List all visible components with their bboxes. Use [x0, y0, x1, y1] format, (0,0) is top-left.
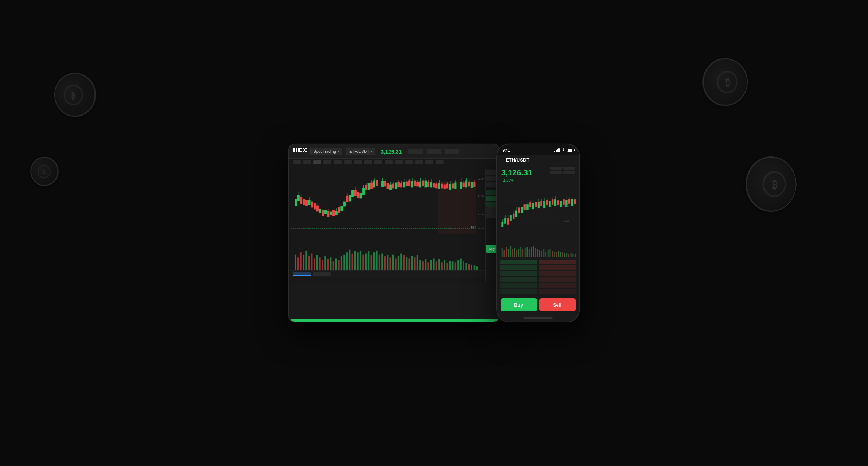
svg-rect-193: [381, 254, 383, 271]
svg-rect-319: [566, 253, 567, 257]
svg-rect-223: [462, 261, 464, 270]
svg-rect-129: [408, 181, 410, 186]
tab-open-orders[interactable]: [293, 272, 311, 276]
svg-rect-296: [518, 249, 519, 257]
svg-text:Buy: Buy: [471, 225, 476, 228]
toolbar-item-15m[interactable]: [313, 160, 321, 164]
svg-rect-171: [322, 260, 323, 270]
svg-rect-95: [316, 206, 318, 211]
svg-rect-93: [314, 203, 315, 209]
toolbar-item-4h[interactable]: [334, 160, 342, 164]
svg-rect-39: [335, 211, 337, 215]
svg-rect-310: [547, 250, 548, 257]
svg-rect-20: [303, 151, 304, 152]
tab-history[interactable]: [313, 272, 331, 276]
toolbar-draw[interactable]: [405, 160, 413, 164]
phone-stat-4: [563, 171, 575, 174]
svg-rect-216: [444, 260, 445, 270]
phone-sell-button[interactable]: Sell: [539, 298, 576, 311]
svg-rect-213: [435, 261, 437, 270]
svg-rect-31: [308, 200, 310, 205]
svg-rect-259: [571, 199, 573, 206]
svg-rect-21: [305, 151, 307, 152]
toolbar-settings[interactable]: [415, 160, 423, 164]
svg-rect-210: [427, 262, 429, 270]
svg-rect-309: [545, 252, 546, 257]
svg-rect-277: [552, 199, 553, 204]
signal-bar-2: [556, 150, 557, 152]
svg-rect-222: [460, 259, 461, 271]
svg-rect-269: [529, 203, 531, 207]
svg-rect-9: [296, 148, 297, 150]
svg-rect-292: [510, 246, 511, 257]
back-arrow-icon[interactable]: ‹: [501, 157, 503, 163]
coin-btc2: $: [30, 156, 58, 187]
svg-rect-65: [411, 181, 413, 187]
svg-rect-33: [319, 209, 321, 213]
svg-rect-172: [324, 256, 326, 270]
tablet-chart-area: Buy 3200 3150 3100 3050: [289, 159, 499, 283]
chart-canvas: Buy 3200 3150 3100 3050: [289, 166, 499, 246]
svg-rect-170: [319, 257, 320, 270]
svg-rect-293: [512, 249, 513, 257]
svg-rect-303: [533, 246, 534, 257]
svg-rect-245: [532, 203, 534, 209]
signal-bar-4: [558, 148, 560, 152]
toolbar-fullscreen[interactable]: [436, 160, 444, 164]
svg-rect-219: [452, 261, 453, 270]
header-stats: [408, 149, 459, 154]
orderbook-asks: [539, 260, 576, 294]
toolbar-item-1w[interactable]: [354, 160, 362, 164]
svg-rect-53: [368, 183, 370, 190]
svg-rect-8: [293, 148, 295, 150]
toolbar-indicator[interactable]: [385, 160, 393, 164]
signal-bar-3: [557, 149, 558, 152]
dropdown-arrow-icon: ▾: [338, 150, 339, 153]
svg-rect-201: [403, 255, 404, 270]
ob-bid-2: [500, 265, 537, 270]
svg-rect-199: [397, 256, 399, 270]
svg-rect-323: [575, 254, 576, 257]
toolbar-screenshot[interactable]: [425, 160, 433, 164]
svg-text:3050: 3050: [478, 227, 483, 230]
svg-rect-85: [300, 197, 302, 204]
toolbar-item-5m[interactable]: [303, 160, 311, 164]
svg-rect-187: [365, 254, 366, 271]
svg-rect-315: [558, 251, 559, 257]
svg-rect-255: [560, 201, 562, 207]
svg-rect-261: [507, 218, 509, 224]
toolbar-crosshair[interactable]: [395, 160, 403, 164]
ob-bid-1: [500, 260, 537, 264]
stat-block-3: [445, 149, 459, 154]
ob-ask-2: [539, 265, 576, 270]
pair-selector[interactable]: ETH/USDT ▾: [346, 148, 375, 155]
phone-buy-label: Buy: [514, 302, 523, 308]
ob-ask-3: [539, 271, 576, 276]
svg-rect-71: [430, 182, 432, 187]
svg-text:3100: 3100: [564, 220, 569, 222]
svg-rect-113: [370, 183, 372, 189]
toolbar-item-1m[interactable]: [293, 160, 301, 164]
spot-trading-button[interactable]: Spot Trading ▾: [310, 148, 342, 155]
phone-buy-button[interactable]: Buy: [501, 298, 537, 311]
svg-rect-299: [524, 248, 525, 257]
svg-rect-87: [303, 199, 304, 205]
svg-rect-17: [303, 148, 304, 149]
phone-stats-row-1: [550, 167, 575, 170]
svg-rect-67: [419, 182, 421, 187]
svg-rect-247: [538, 202, 540, 208]
svg-text:$: $: [42, 169, 45, 175]
phone-chart: 3200 3100: [497, 185, 579, 244]
svg-rect-161: [295, 255, 296, 270]
svg-rect-251: [549, 201, 550, 207]
toolbar-item-1mo[interactable]: [364, 160, 372, 164]
toolbar-item-1d[interactable]: [344, 160, 352, 164]
svg-rect-279: [557, 200, 559, 205]
toolbar-item-1h[interactable]: [323, 160, 331, 164]
svg-rect-169: [316, 255, 318, 270]
svg-rect-214: [438, 259, 440, 270]
toolbar-item-mk[interactable]: [374, 160, 382, 164]
svg-text:₿: ₿: [71, 90, 75, 100]
svg-rect-207: [419, 260, 421, 270]
svg-rect-295: [516, 250, 517, 257]
